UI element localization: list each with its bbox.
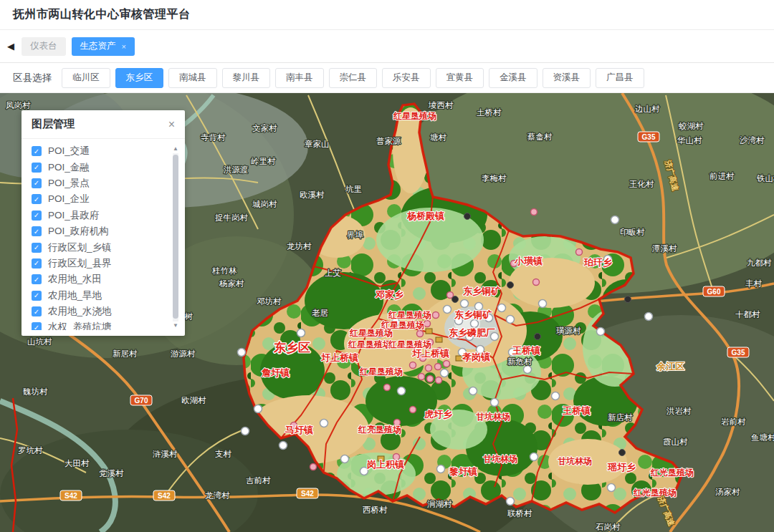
poi-marker-dark[interactable] bbox=[464, 213, 471, 220]
map-viewport[interactable]: G35G35G60G70S42S42S42凤岗村寺背村文家村章家山普家源堎西村土… bbox=[0, 93, 774, 532]
poi-marker-pink[interactable] bbox=[417, 331, 424, 337]
tab-eco-assets[interactable]: 生态资产 × bbox=[72, 37, 135, 56]
checkbox-checked-icon[interactable]: ✓ bbox=[32, 163, 42, 173]
district-button[interactable]: 南城县 bbox=[168, 68, 217, 88]
district-button[interactable]: 东乡区 bbox=[115, 68, 164, 88]
tab-close-icon[interactable]: × bbox=[122, 42, 126, 51]
poi-marker-pink[interactable] bbox=[427, 376, 434, 382]
district-button[interactable]: 广昌县 bbox=[596, 68, 644, 88]
checkbox-checked-icon[interactable]: ✓ bbox=[32, 211, 42, 221]
layer-item[interactable]: ✓POI_县政府 bbox=[32, 208, 166, 223]
checkbox-checked-icon[interactable]: ✓ bbox=[32, 306, 42, 316]
layer-item[interactable]: ✓农用地_水浇地 bbox=[32, 304, 166, 319]
poi-marker-white[interactable] bbox=[597, 328, 605, 336]
checkbox-checked-icon[interactable]: ✓ bbox=[32, 178, 42, 188]
district-button[interactable]: 崇仁县 bbox=[329, 68, 378, 88]
tab-dashboard[interactable]: 仪表台 bbox=[22, 37, 66, 56]
poi-marker-white[interactable] bbox=[254, 405, 262, 413]
layer-item[interactable]: ✓POI_交通 bbox=[32, 143, 166, 159]
scroll-thumb[interactable] bbox=[173, 155, 178, 319]
poi-marker-pink[interactable] bbox=[531, 209, 538, 216]
poi-marker-dark[interactable] bbox=[507, 282, 514, 289]
poi-marker-pink[interactable] bbox=[576, 249, 583, 256]
poi-marker-pink[interactable] bbox=[436, 377, 442, 384]
poi-marker-dark[interactable] bbox=[619, 450, 626, 456]
map-label: 党溪村 bbox=[99, 469, 124, 478]
poi-marker-coin[interactable] bbox=[436, 337, 442, 342]
checkbox-checked-icon[interactable]: ✓ bbox=[32, 291, 42, 301]
poi-marker-pink[interactable] bbox=[435, 364, 441, 370]
layer-item[interactable]: ✓水权_养殖坑塘 bbox=[32, 319, 166, 330]
poi-marker-white[interactable] bbox=[398, 387, 406, 395]
poi-marker-white[interactable] bbox=[491, 399, 499, 407]
district-button[interactable]: 黎川县 bbox=[222, 68, 271, 88]
poi-marker-dark[interactable] bbox=[625, 296, 631, 303]
poi-marker-pink[interactable] bbox=[433, 312, 439, 319]
poi-marker-white[interactable] bbox=[444, 306, 452, 314]
poi-marker-white[interactable] bbox=[461, 300, 469, 308]
scroll-up-icon[interactable]: ▲ bbox=[171, 145, 180, 153]
poi-marker-white[interactable] bbox=[341, 455, 349, 463]
map-label: 魏坊村 bbox=[23, 387, 48, 396]
district-button[interactable]: 金溪县 bbox=[489, 68, 538, 88]
map-label: 邓坊村 bbox=[257, 297, 282, 306]
checkbox-checked-icon[interactable]: ✓ bbox=[32, 258, 42, 269]
poi-marker-white[interactable] bbox=[498, 304, 506, 312]
district-button[interactable]: 宜黄县 bbox=[436, 68, 484, 88]
poi-marker-white[interactable] bbox=[608, 484, 616, 492]
layer-item[interactable]: ✓农用地_水田 bbox=[32, 271, 166, 287]
district-button[interactable]: 资溪县 bbox=[543, 68, 591, 88]
poi-marker-coin[interactable] bbox=[456, 356, 462, 361]
poi-marker-white[interactable] bbox=[539, 300, 547, 308]
poi-marker-pink[interactable] bbox=[444, 361, 450, 367]
poi-marker-dark[interactable] bbox=[452, 296, 459, 303]
checkbox-checked-icon[interactable]: ✓ bbox=[32, 146, 42, 156]
checkbox-checked-icon[interactable]: ✓ bbox=[32, 322, 42, 330]
checkbox-checked-icon[interactable]: ✓ bbox=[32, 194, 42, 204]
layer-item[interactable]: ✓POI_景点 bbox=[32, 175, 166, 191]
poi-marker-white[interactable] bbox=[280, 442, 287, 450]
layer-item[interactable]: ✓行政区划_乡镇 bbox=[32, 239, 166, 255]
poi-marker-white[interactable] bbox=[507, 316, 515, 324]
poi-marker-dark[interactable] bbox=[535, 334, 541, 340]
layer-item[interactable]: ✓POI_金融 bbox=[32, 159, 166, 175]
poi-marker-white[interactable] bbox=[611, 216, 619, 224]
poi-marker-white[interactable] bbox=[552, 392, 560, 400]
layer-item[interactable]: ✓POI_政府机构 bbox=[32, 223, 166, 239]
poi-marker-white[interactable] bbox=[297, 329, 305, 337]
poi-marker-white[interactable] bbox=[437, 465, 445, 473]
poi-marker-coin[interactable] bbox=[426, 329, 432, 334]
poi-marker-white[interactable] bbox=[320, 420, 328, 427]
poi-marker-pink[interactable] bbox=[384, 385, 391, 391]
poi-marker-pink[interactable] bbox=[424, 321, 431, 327]
poi-marker-white[interactable] bbox=[524, 366, 532, 374]
panel-close-icon[interactable]: × bbox=[168, 119, 175, 130]
layer-item[interactable]: ✓农用地_旱地 bbox=[32, 288, 166, 304]
poi-marker-white[interactable] bbox=[469, 387, 477, 395]
district-button[interactable]: 南丰县 bbox=[275, 68, 324, 88]
checkbox-checked-icon[interactable]: ✓ bbox=[32, 226, 42, 236]
poi-marker-pink[interactable] bbox=[410, 362, 416, 369]
district-button[interactable]: 乐安县 bbox=[382, 68, 431, 88]
map-label: 洪源渡 bbox=[223, 165, 249, 174]
poi-marker-pink[interactable] bbox=[410, 407, 416, 413]
checkbox-checked-icon[interactable]: ✓ bbox=[32, 274, 42, 284]
district-button[interactable]: 临川区 bbox=[62, 68, 110, 88]
poi-marker-white[interactable] bbox=[441, 369, 449, 377]
poi-marker-pink[interactable] bbox=[426, 365, 432, 372]
layer-list-scrollbar[interactable]: ▲ ▼ bbox=[171, 145, 180, 330]
checkbox-checked-icon[interactable]: ✓ bbox=[32, 243, 42, 253]
poi-marker-white[interactable] bbox=[238, 349, 246, 357]
poi-marker-white[interactable] bbox=[507, 498, 515, 506]
poi-marker-white[interactable] bbox=[471, 320, 479, 328]
poi-marker-white[interactable] bbox=[242, 427, 249, 435]
layer-item[interactable]: ✓行政区划_县界 bbox=[32, 256, 166, 271]
poi-marker-white[interactable] bbox=[645, 313, 653, 321]
poi-marker-pink[interactable] bbox=[310, 464, 317, 470]
scroll-down-icon[interactable]: ▼ bbox=[171, 321, 180, 330]
back-icon[interactable]: ◀ bbox=[6, 41, 16, 52]
layer-item[interactable]: ✓POI_企业 bbox=[32, 191, 166, 207]
poi-marker-pink[interactable] bbox=[419, 374, 425, 380]
poi-marker-white[interactable] bbox=[530, 453, 538, 461]
poi-marker-pink[interactable] bbox=[533, 279, 540, 286]
